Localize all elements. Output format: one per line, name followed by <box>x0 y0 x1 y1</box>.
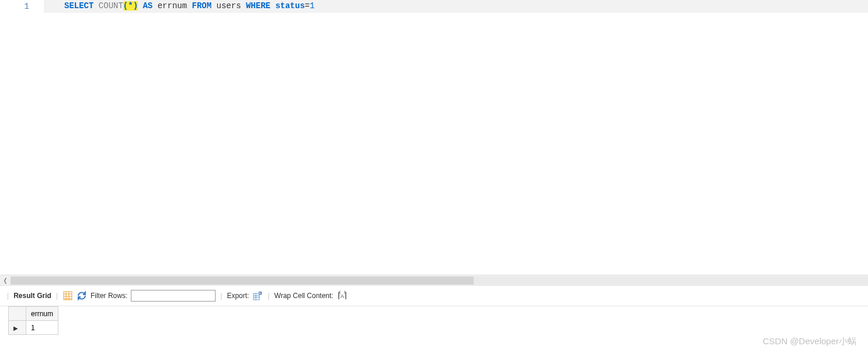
keyword-where: WHERE <box>246 1 270 11</box>
horizontal-scrollbar[interactable]: ❬ <box>0 275 868 285</box>
keyword-from: FROM <box>192 1 212 11</box>
paren-open: ( <box>123 1 128 11</box>
row-marker-cell: ▶ <box>9 321 26 335</box>
export-label: Export: <box>227 292 249 300</box>
line-number: 1 <box>25 2 29 11</box>
filter-rows-input[interactable] <box>131 290 216 302</box>
export-icon[interactable] <box>252 290 263 301</box>
table-row[interactable]: ▶ 1 <box>9 321 58 335</box>
corner-cell <box>9 307 26 321</box>
star: * <box>128 1 133 11</box>
alias: errnum <box>158 1 187 11</box>
results-toolbar: | Result Grid | Filter Rows: | Export: |… <box>0 285 868 306</box>
grid-view-icon[interactable] <box>63 290 73 301</box>
current-row-marker-icon: ▶ <box>13 325 18 331</box>
scroll-track[interactable] <box>11 276 868 285</box>
sql-editor[interactable]: 1 SELECT COUNT(*) AS errnum FROM users W… <box>0 0 868 275</box>
filter-rows-label: Filter Rows: <box>91 292 127 300</box>
scroll-left-arrow[interactable]: ❬ <box>0 275 11 286</box>
wrap-cell-label: Wrap Cell Content: <box>275 292 334 300</box>
separator: | <box>220 292 222 300</box>
value: 1 <box>310 1 314 11</box>
paren-close: ) <box>133 1 138 11</box>
line-gutter: 1 <box>0 0 44 275</box>
code-line-1[interactable]: SELECT COUNT(*) AS errnum FROM users WHE… <box>44 0 868 13</box>
cell-value[interactable]: 1 <box>26 321 58 335</box>
keyword-select: SELECT <box>64 1 93 11</box>
wrap-cell-icon[interactable]: A <box>337 290 348 301</box>
scroll-thumb[interactable] <box>11 276 474 285</box>
separator: | <box>268 292 269 300</box>
function-count: COUNT <box>99 1 123 11</box>
result-table: errnum ▶ 1 <box>8 306 58 335</box>
separator: | <box>7 292 9 300</box>
separator: | <box>56 292 58 300</box>
watermark: CSDN @Developer小蜗 <box>763 336 856 347</box>
svg-text:A: A <box>341 293 344 299</box>
refresh-icon[interactable] <box>77 290 87 301</box>
column-header[interactable]: errnum <box>26 307 58 321</box>
table-name: users <box>217 1 241 11</box>
column-name: status <box>275 1 304 11</box>
header-row: errnum <box>9 307 58 321</box>
equals: = <box>305 1 310 11</box>
svg-rect-6 <box>254 293 259 300</box>
keyword-as: AS <box>143 1 152 11</box>
result-grid-label: Result Grid <box>13 292 51 300</box>
